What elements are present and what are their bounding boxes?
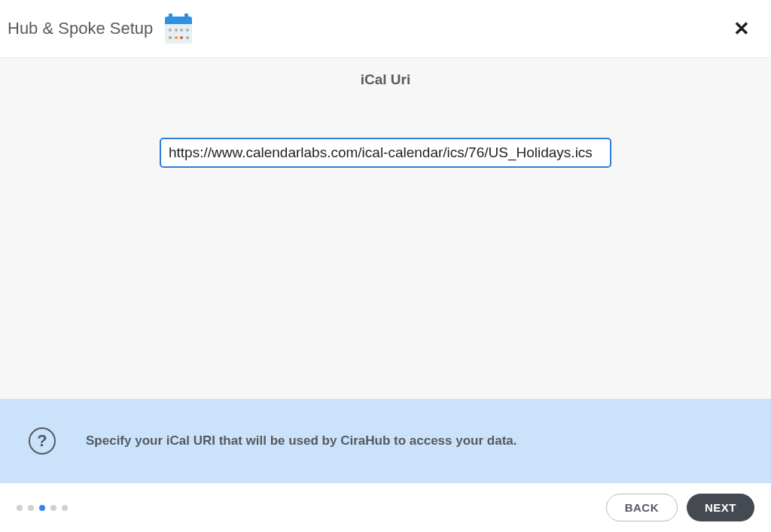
ical-uri-input[interactable] <box>160 138 611 168</box>
main-content: iCal Uri <box>0 58 771 399</box>
progress-dot <box>17 505 23 511</box>
progress-dot <box>28 505 34 511</box>
progress-dot <box>62 505 68 511</box>
dialog-footer: BACK NEXT <box>0 483 771 532</box>
next-button[interactable]: NEXT <box>687 494 754 521</box>
help-icon: ? <box>29 427 56 454</box>
dialog-header: Hub & Spoke Setup ✕ <box>0 0 771 58</box>
helper-bar: ? Specify your iCal URI that will be use… <box>0 399 771 483</box>
progress-dot <box>50 505 56 511</box>
back-button[interactable]: BACK <box>606 494 678 521</box>
calendar-icon <box>162 14 195 44</box>
footer-buttons: BACK NEXT <box>606 494 754 521</box>
page-title: Hub & Spoke Setup <box>8 19 153 38</box>
progress-indicator <box>17 505 68 511</box>
progress-dot-active <box>39 505 45 511</box>
header-left: Hub & Spoke Setup <box>8 14 195 44</box>
section-title: iCal Uri <box>361 71 411 88</box>
close-icon[interactable]: ✕ <box>727 14 756 44</box>
helper-text: Specify your iCal URI that will be used … <box>86 433 517 448</box>
